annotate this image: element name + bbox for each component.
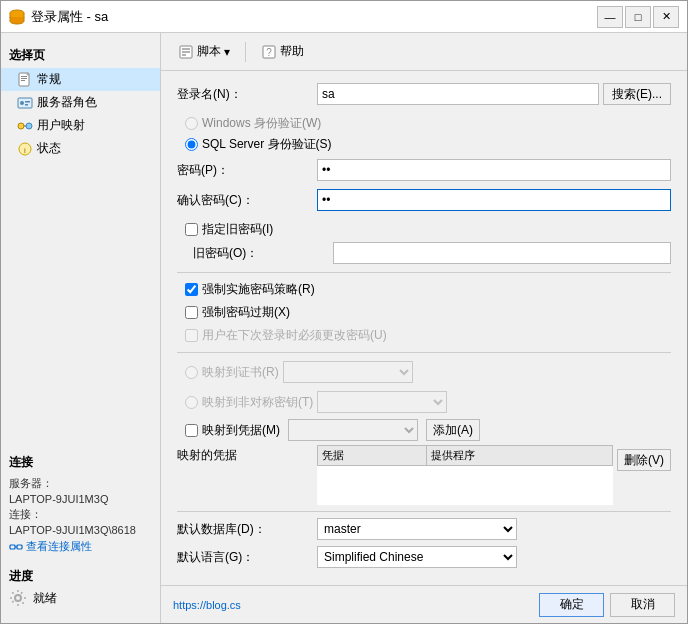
map-cred-checkbox[interactable] (185, 424, 198, 437)
cred-col2-header: 提供程序 (426, 446, 612, 466)
credential-section: 映射的凭据 凭据 提供程序 (177, 445, 671, 505)
map-asym-select[interactable] (317, 391, 447, 413)
map-cert-label: 映射到证书(R) (202, 364, 279, 381)
password-input[interactable] (317, 159, 671, 181)
credential-buttons: 删除(V) (613, 445, 671, 471)
map-cred-row: 映射到凭据(M) 添加(A) (177, 419, 671, 441)
server-value: LAPTOP-9JUI1M3Q (9, 492, 152, 506)
enforce-expiry-label: 强制密码过期(X) (202, 304, 290, 321)
default-db-label: 默认数据库(D)： (177, 521, 317, 538)
must-change-row: 用户在下次登录时必须更改密码(U) (177, 325, 671, 346)
map-asym-radio[interactable] (185, 396, 198, 409)
script-button[interactable]: 脚本 ▾ (169, 39, 239, 64)
confirm-password-input[interactable] (317, 189, 671, 211)
ok-button[interactable]: 确定 (539, 593, 604, 617)
main-layout: 选择页 常规 服务器角色 (1, 33, 687, 623)
divider1 (177, 272, 671, 273)
maximize-button[interactable]: □ (625, 6, 651, 28)
enforce-expiry-row: 强制密码过期(X) (177, 302, 671, 323)
login-name-input[interactable] (317, 83, 599, 105)
sidebar-item-user-mapping[interactable]: 用户映射 (1, 114, 160, 137)
status-icon: i (17, 141, 33, 157)
sidebar-item-general-label: 常规 (37, 71, 61, 88)
old-password-row: 旧密码(O)： (193, 242, 671, 264)
conn-label-text: 连接： (9, 506, 152, 523)
main-window: 登录属性 - sa — □ ✕ 选择页 常规 (0, 0, 688, 624)
add-credential-button[interactable]: 添加(A) (426, 419, 480, 441)
svg-point-7 (20, 101, 24, 105)
map-cred-select[interactable] (288, 419, 418, 441)
page-icon (17, 72, 33, 88)
progress-title: 进度 (9, 568, 152, 585)
svg-rect-15 (10, 545, 15, 549)
default-db-select[interactable]: master (317, 518, 517, 540)
auth-sql-radio[interactable] (185, 138, 198, 151)
old-password-label: 旧密码(O)： (193, 245, 333, 262)
view-connection-link[interactable]: 查看连接属性 (9, 537, 152, 556)
cred-col1-header: 凭据 (318, 446, 427, 466)
server-label-text: 服务器： (9, 475, 152, 492)
title-bar: 登录属性 - sa — □ ✕ (1, 1, 687, 33)
close-button[interactable]: ✕ (653, 6, 679, 28)
toolbar-separator (245, 42, 246, 62)
sidebar: 选择页 常规 服务器角色 (1, 33, 161, 623)
must-change-checkbox[interactable] (185, 329, 198, 342)
toolbar: 脚本 ▾ ? 帮助 (161, 33, 687, 71)
specify-old-pwd-checkbox[interactable] (185, 223, 198, 236)
search-button[interactable]: 搜索(E)... (603, 83, 671, 105)
auth-sql-label: SQL Server 身份验证(S) (202, 136, 332, 153)
specify-old-pwd-label: 指定旧密码(I) (202, 221, 273, 238)
auth-windows-label: Windows 身份验证(W) (202, 115, 321, 132)
script-label: 脚本 (197, 43, 221, 60)
map-cert-radio[interactable] (185, 366, 198, 379)
title-bar-left: 登录属性 - sa (9, 8, 108, 26)
svg-rect-3 (21, 78, 27, 79)
svg-rect-8 (25, 101, 30, 103)
cancel-button[interactable]: 取消 (610, 593, 675, 617)
delete-credential-button[interactable]: 删除(V) (617, 449, 671, 471)
login-name-label: 登录名(N)： (177, 86, 317, 103)
default-lang-row: 默认语言(G)： Simplified Chinese (177, 546, 671, 568)
link-icon (9, 540, 23, 554)
auth-type-group: Windows 身份验证(W) SQL Server 身份验证(S) (177, 113, 671, 155)
enforce-policy-row: 强制实施密码策略(R) (177, 279, 671, 300)
enforce-policy-checkbox[interactable] (185, 283, 198, 296)
default-lang-select[interactable]: Simplified Chinese (317, 546, 517, 568)
specify-old-pwd-row: 指定旧密码(I) (177, 219, 671, 240)
mapped-cred-label: 映射的凭据 (177, 445, 317, 464)
svg-text:i: i (24, 146, 26, 155)
help-label: 帮助 (280, 43, 304, 60)
conn-value: LAPTOP-9JUI1M3Q\8618 (9, 523, 152, 537)
old-password-input[interactable] (333, 242, 671, 264)
auth-windows-radio[interactable] (185, 117, 198, 130)
sidebar-item-status[interactable]: i 状态 (1, 137, 160, 160)
credential-table: 凭据 提供程序 (317, 445, 613, 505)
help-icon: ? (261, 44, 277, 60)
svg-point-10 (18, 123, 24, 129)
sidebar-item-user-mapping-label: 用户映射 (37, 117, 85, 134)
map-icon (17, 118, 33, 134)
sidebar-item-server-roles[interactable]: 服务器角色 (1, 91, 160, 114)
sidebar-item-general[interactable]: 常规 (1, 68, 160, 91)
password-label: 密码(P)： (177, 162, 317, 179)
enforce-expiry-checkbox[interactable] (185, 306, 198, 319)
window-title: 登录属性 - sa (31, 8, 108, 26)
help-button[interactable]: ? 帮助 (252, 39, 313, 64)
auth-windows-row: Windows 身份验证(W) (177, 113, 671, 134)
svg-rect-2 (21, 76, 27, 77)
password-row: 密码(P)： (177, 159, 671, 181)
map-cert-select[interactable] (283, 361, 413, 383)
form-area: 登录名(N)： 搜索(E)... Windows 身份验证(W) SQL Ser… (161, 71, 687, 585)
auth-sql-row: SQL Server 身份验证(S) (177, 134, 671, 155)
progress-status: 就绪 (33, 590, 57, 607)
divider2 (177, 352, 671, 353)
title-controls: — □ ✕ (597, 6, 679, 28)
confirm-password-label: 确认密码(C)： (177, 192, 317, 209)
map-asym-label: 映射到非对称密钥(T) (202, 394, 313, 411)
window-icon (9, 9, 25, 25)
confirm-password-row: 确认密码(C)： (177, 189, 671, 211)
script-dropdown-arrow: ▾ (224, 45, 230, 59)
minimize-button[interactable]: — (597, 6, 623, 28)
svg-rect-16 (17, 545, 22, 549)
sidebar-item-server-roles-label: 服务器角色 (37, 94, 97, 111)
